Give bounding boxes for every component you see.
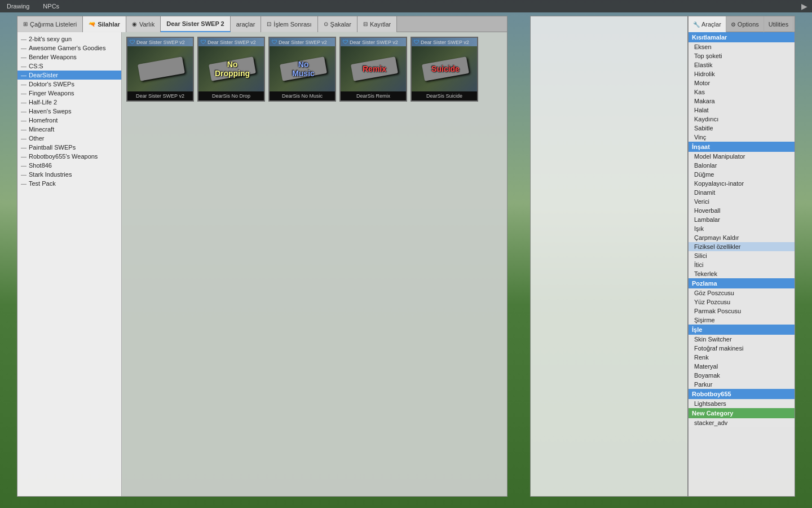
tab-varlik[interactable]: ◉ Varlık [126, 16, 161, 32]
category-header[interactable]: İşle [689, 325, 795, 335]
weapon-list-item[interactable]: —Stark Industries [17, 170, 121, 179]
card-weapon-shape [351, 56, 398, 81]
category-item[interactable]: Şişirme [689, 316, 795, 325]
category-item[interactable]: Motor [689, 78, 795, 87]
category-header[interactable]: Kısıtlamalar [689, 32, 795, 42]
weapon-item-label: Doktor's SWEPs [29, 81, 74, 87]
category-item[interactable]: Eksen [689, 42, 795, 51]
weapon-list-item[interactable]: —Robotboy655's Weapons [17, 152, 121, 161]
category-header[interactable]: Robotboy655 [689, 389, 795, 399]
category-item[interactable]: Parkur [689, 380, 795, 389]
weapon-icon: — [21, 99, 27, 106]
weapon-list-item[interactable]: —Homefront [17, 116, 121, 125]
tab-araclar[interactable]: araçlar [231, 16, 262, 32]
weapon-item-label: Homefront [29, 117, 58, 124]
category-item[interactable]: Renk [689, 353, 795, 362]
category-item[interactable]: Silici [689, 251, 795, 260]
category-item[interactable]: Elastik [689, 60, 795, 69]
tab-sakalar[interactable]: ⊙ Şakalar [318, 16, 358, 32]
category-item[interactable]: Yüz Pozcusu [689, 297, 795, 306]
silahlar-icon: 🔫 [89, 21, 95, 27]
menu-drawing[interactable]: Drawing [5, 2, 32, 11]
weapon-list-item[interactable]: —Shot846 [17, 161, 121, 170]
tab-cagirma[interactable]: ⊞ Çağırma Listeleri [17, 16, 83, 32]
tab-silahlar[interactable]: 🔫 Silahlar [83, 16, 126, 32]
weapon-item-label: Awesome Gamer's Goodies [29, 45, 105, 51]
araclar-tab-icon: 🔧 [693, 21, 700, 28]
category-item[interactable]: Işık [689, 224, 795, 233]
card-header: 🛡Dear Sister SWEP v2 [198, 38, 264, 46]
weapon-icon: — [21, 163, 27, 169]
category-header[interactable]: Pozlama [689, 278, 795, 288]
weapon-card[interactable]: 🛡Dear Sister SWEP v2SuicideDearSis Suici… [411, 37, 478, 102]
category-item[interactable]: Kopyalayıcı-inator [689, 179, 795, 188]
weapon-icon: — [21, 117, 27, 124]
weapon-card[interactable]: 🛡Dear Sister SWEP v2No MusicDearSis No M… [268, 37, 336, 102]
weapon-list-item[interactable]: —Half-Life 2 [17, 98, 121, 107]
category-item[interactable]: Kaydırıcı [689, 115, 795, 124]
category-header[interactable]: İnşaat [689, 142, 795, 152]
card-footer: Dear Sister SWEP v2 [127, 91, 193, 100]
weapon-item-label: Stark Industries [29, 171, 72, 178]
card-title: Dear Sister SWEP v2 [136, 40, 185, 45]
category-item[interactable]: Halat [689, 106, 795, 115]
category-item[interactable]: Kas [689, 87, 795, 97]
weapon-list-item[interactable]: —DearSister [17, 71, 121, 80]
category-item[interactable]: Dinamit [689, 188, 795, 197]
weapon-item-label: Minecraft [29, 126, 54, 133]
category-item[interactable]: Top şoketi [689, 51, 795, 60]
weapon-card[interactable]: 🛡Dear Sister SWEP v2RemixDearSis Remix [339, 37, 407, 102]
weapon-card[interactable]: 🛡Dear Sister SWEP v2No DroppingDearSis N… [197, 37, 265, 102]
category-item[interactable]: Verici [689, 197, 795, 206]
category-header[interactable]: New Category [689, 408, 795, 418]
category-item[interactable]: Skin Switcher [689, 335, 795, 344]
category-item[interactable]: Sabitle [689, 124, 795, 133]
menu-npcs[interactable]: NPCs [41, 2, 61, 11]
weapon-list-item[interactable]: —Test Pack [17, 179, 121, 188]
category-item[interactable]: Boyamak [689, 371, 795, 380]
category-item[interactable]: Balonlar [689, 161, 795, 170]
category-item[interactable]: Tekerlek [689, 269, 795, 278]
weapon-item-label: Finger Weapons [29, 90, 74, 97]
weapon-item-label: Test Pack [29, 180, 56, 187]
weapon-icon: — [21, 154, 27, 160]
cagirma-icon: ⊞ [23, 21, 28, 27]
category-item[interactable]: İtici [689, 260, 795, 269]
category-item[interactable]: Model Manipulator [689, 152, 795, 161]
weapon-list-item[interactable]: —Haven's Sweps [17, 107, 121, 116]
weapon-list-item[interactable]: —CS:S [17, 62, 121, 71]
category-item[interactable]: Düğme [689, 170, 795, 179]
right-tab-utilities[interactable]: Utilities [764, 16, 793, 32]
weapon-list-item[interactable]: —Awesome Gamer's Goodies [17, 43, 121, 52]
weapon-list-item[interactable]: —Doktor's SWEPs [17, 80, 121, 89]
category-item[interactable]: Makara [689, 97, 795, 106]
card-header: 🛡Dear Sister SWEP v2 [270, 38, 335, 46]
category-item[interactable]: Parmak Poscusu [689, 306, 795, 316]
tab-kayitlar-label: Kayıtlar [370, 21, 391, 28]
weapon-list-item[interactable]: —Other [17, 134, 121, 143]
category-item[interactable]: Hidrolik [689, 69, 795, 78]
right-tab-options[interactable]: ⚙ Options [726, 16, 764, 32]
weapon-list-item[interactable]: —Finger Weapons [17, 89, 121, 98]
category-item[interactable]: Çarpmayı Kaldır [689, 233, 795, 242]
menu-expand-arrow[interactable]: ▶ [801, 2, 807, 11]
weapon-list-item[interactable]: —Minecraft [17, 125, 121, 134]
weapon-list-item[interactable]: —Paintball SWEPs [17, 143, 121, 152]
category-item[interactable]: Fotoğraf makinesi [689, 344, 795, 353]
category-item[interactable]: Fiziksel özellikler [689, 242, 795, 251]
tab-islem[interactable]: ⊡ İşlem Sonrası [261, 16, 317, 32]
category-item[interactable]: Lightsabers [689, 399, 795, 408]
category-item[interactable]: Vinç [689, 133, 795, 142]
category-item[interactable]: Lambalar [689, 215, 795, 224]
right-tab-araclar[interactable]: 🔧 Araçlar [689, 16, 726, 32]
weapon-list-item[interactable]: —Bender Weapons [17, 52, 121, 62]
weapon-list: —2-bit's sexy gun—Awesome Gamer's Goodie… [17, 32, 122, 496]
category-item[interactable]: Hoverball [689, 206, 795, 215]
category-item[interactable]: Göz Poszcusu [689, 288, 795, 297]
weapon-list-item[interactable]: —2-bit's sexy gun [17, 34, 121, 43]
weapon-card[interactable]: 🛡Dear Sister SWEP v2Dear Sister SWEP v2 [126, 37, 194, 102]
tab-kayitlar[interactable]: ⊟ Kayıtlar [358, 16, 397, 32]
category-item[interactable]: stacker_adv [689, 418, 795, 427]
category-item[interactable]: Materyal [689, 362, 795, 371]
tab-dear-sister[interactable]: Dear Sister SWEP 2 [161, 16, 231, 32]
